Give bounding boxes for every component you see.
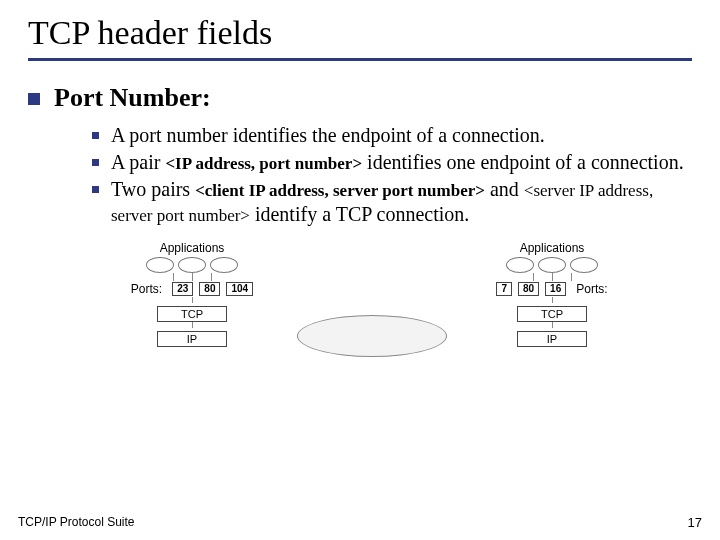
ports-label: Ports: xyxy=(131,282,162,296)
bullet-icon xyxy=(92,132,99,139)
applications-label: Applications xyxy=(92,241,292,255)
list-item: Two pairs <client IP address, server por… xyxy=(92,177,692,227)
list-item: A pair <IP address, port number> identif… xyxy=(92,150,692,175)
ip-box: IP xyxy=(517,331,587,347)
text-fragment: A pair xyxy=(111,151,165,173)
bullet-text: Two pairs <client IP address, server por… xyxy=(111,177,692,227)
tcp-box: TCP xyxy=(157,306,227,322)
section-heading-row: Port Number: xyxy=(28,83,692,113)
title-underline xyxy=(28,58,692,61)
port-number: 23 xyxy=(172,282,193,296)
bullet-icon xyxy=(92,159,99,166)
port-number: 7 xyxy=(496,282,512,296)
text-fragment: identify a TCP connection. xyxy=(250,203,469,225)
slide-title: TCP header fields xyxy=(28,14,692,52)
applications-label: Applications xyxy=(452,241,652,255)
ip-box: IP xyxy=(157,331,227,347)
text-fragment: identifies one endpoint of a connection. xyxy=(362,151,684,173)
bullet-icon xyxy=(92,186,99,193)
bullet-icon xyxy=(28,93,40,105)
app-oval-icon xyxy=(146,257,174,273)
port-number: 80 xyxy=(199,282,220,296)
footer-text: TCP/IP Protocol Suite xyxy=(18,515,135,530)
port-number: 104 xyxy=(226,282,253,296)
tcp-box: TCP xyxy=(517,306,587,322)
text-fragment: Two pairs xyxy=(111,178,195,200)
diagram-host-left: Applications Ports: 23 80 104 TCP IP xyxy=(92,241,292,347)
app-oval-icon xyxy=(506,257,534,273)
list-item: A port number identifies the endpoint of… xyxy=(92,123,692,148)
port-number: 80 xyxy=(518,282,539,296)
text-fragment: and xyxy=(485,178,524,200)
app-oval-icon xyxy=(210,257,238,273)
page-number: 17 xyxy=(688,515,702,530)
ports-label: Ports: xyxy=(576,282,607,296)
code-fragment: <client IP address, server port number> xyxy=(195,181,485,200)
app-oval-icon xyxy=(570,257,598,273)
ports-diagram: Applications Ports: 23 80 104 TCP IP xyxy=(92,241,652,357)
diagram-host-right: Applications 7 80 16 Ports: TCP IP xyxy=(452,241,652,347)
section-heading: Port Number: xyxy=(54,83,211,113)
port-number: 16 xyxy=(545,282,566,296)
app-oval-icon xyxy=(538,257,566,273)
bullet-text: A pair <IP address, port number> identif… xyxy=(111,150,684,175)
bullet-text: A port number identifies the endpoint of… xyxy=(111,123,545,148)
slide-footer: TCP/IP Protocol Suite 17 xyxy=(18,515,702,530)
network-cloud-icon xyxy=(297,315,447,357)
code-fragment: <IP address, port number> xyxy=(165,154,362,173)
app-oval-icon xyxy=(178,257,206,273)
